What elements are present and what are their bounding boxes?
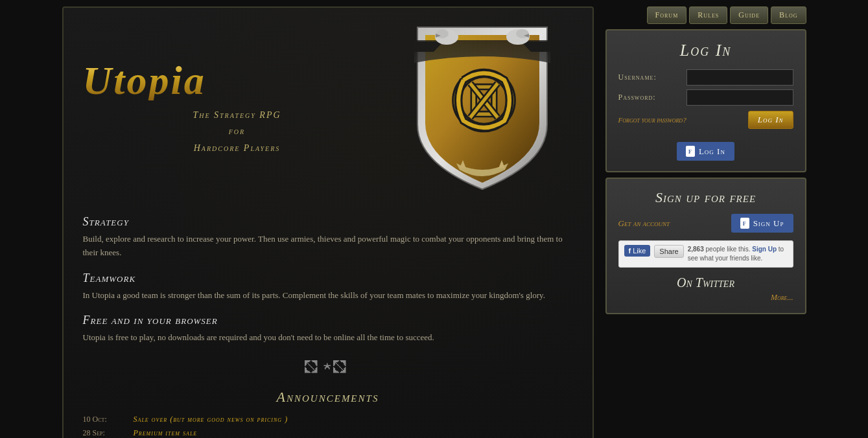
like-label: Like xyxy=(633,247,646,255)
feature-teamwork-title: Teamwork xyxy=(83,271,573,285)
guide-button[interactable]: Guide xyxy=(730,6,768,24)
ornament-divider: ⛞★⛞ xyxy=(83,358,573,376)
feature-free-text: Utopia is free to play, no downloads are… xyxy=(83,331,573,345)
username-label: Username: xyxy=(618,73,670,82)
forum-button[interactable]: Forum xyxy=(647,6,687,24)
password-row: Password: xyxy=(618,89,793,106)
feature-free: Free and in your browser Utopia is free … xyxy=(83,314,573,345)
hero-subtitle: The Strategy RPG for Hardcore Players xyxy=(83,107,392,156)
password-label: Password: xyxy=(618,93,670,102)
signup-row: Get an account f Sign Up xyxy=(618,214,793,233)
announcement-item-1: 10 Oct: Sale over (but more good news on… xyxy=(83,415,573,424)
right-panel: Forum Rules Guide Blog Log In Username: … xyxy=(605,6,806,438)
facebook-icon: f xyxy=(686,146,695,157)
shield-logo xyxy=(392,21,573,196)
feature-teamwork: Teamwork In Utopia a good team is strong… xyxy=(83,271,573,303)
announcement-item-2: 28 Sep: Premium item sale xyxy=(83,428,573,438)
shield-svg xyxy=(405,21,560,196)
site-title: Utopia xyxy=(83,60,392,100)
ann-link-1[interactable]: Sale over (but more good news on pricing… xyxy=(134,415,288,424)
facebook-signup-icon: f xyxy=(740,218,749,229)
rules-button[interactable]: Rules xyxy=(689,6,727,24)
facebook-like-button[interactable]: f Like xyxy=(624,245,651,257)
hero-text: Utopia The Strategy RPG for Hardcore Pla… xyxy=(83,60,392,156)
signup-link-inline[interactable]: Sign Up xyxy=(752,246,777,253)
username-input[interactable] xyxy=(686,69,793,86)
svg-point-3 xyxy=(516,29,529,38)
facebook-like-icon: f xyxy=(629,247,631,255)
feature-teamwork-text: In Utopia a good team is stronger than t… xyxy=(83,289,573,303)
feature-strategy: Strategy Build, explore and research to … xyxy=(83,215,573,260)
fb-login-label: Log In xyxy=(699,146,725,157)
ann-link-2[interactable]: Premium item sale xyxy=(134,428,198,438)
forgot-row: Forgot your password? Log In xyxy=(618,111,793,129)
announcements-title: Announcements xyxy=(83,389,573,406)
announcements-section: Announcements 10 Oct: Sale over (but mor… xyxy=(83,389,573,438)
fb-signup-label: Sign Up xyxy=(753,218,784,229)
features-section: Strategy Build, explore and research to … xyxy=(83,215,573,345)
hero-area: Utopia The Strategy RPG for Hardcore Pla… xyxy=(83,21,573,196)
forgot-password-link[interactable]: Forgot your password? xyxy=(618,116,686,124)
like-count: 2,863 xyxy=(688,246,704,253)
blog-button[interactable]: Blog xyxy=(771,6,806,24)
feature-strategy-text: Build, explore and research to increase … xyxy=(83,233,573,260)
signup-box: Sign up for free Get an account f Sign U… xyxy=(605,178,806,314)
feature-free-title: Free and in your browser xyxy=(83,314,573,327)
twitter-title: On Twitter xyxy=(618,275,793,290)
feature-strategy-title: Strategy xyxy=(83,215,573,229)
password-input[interactable] xyxy=(686,89,793,106)
login-form: Username: Password: xyxy=(618,69,793,106)
like-count-text: 2,863 people like this. Sign Up to see w… xyxy=(688,245,788,263)
username-row: Username: xyxy=(618,69,793,86)
facebook-login-button[interactable]: f Log In xyxy=(677,142,734,161)
main-panel: Utopia The Strategy RPG for Hardcore Pla… xyxy=(62,6,594,438)
facebook-like-widget: f Like Share 2,863 people like this. Sig… xyxy=(618,240,793,268)
signup-title: Sign up for free xyxy=(618,189,793,206)
login-button[interactable]: Log In xyxy=(748,111,793,129)
ann-date-1: 10 Oct: xyxy=(83,415,128,424)
ann-date-2: 28 Sep: xyxy=(83,428,128,438)
get-account-text: Get an account xyxy=(618,218,670,229)
top-nav: Forum Rules Guide Blog xyxy=(605,6,806,24)
login-box: Log In Username: Password: Forgot your p… xyxy=(605,29,806,172)
login-title: Log In xyxy=(618,41,793,60)
like-text: people like this. xyxy=(706,246,753,253)
facebook-signup-button[interactable]: f Sign Up xyxy=(731,214,793,233)
facebook-share-button[interactable]: Share xyxy=(654,245,683,258)
svg-point-1 xyxy=(436,29,449,38)
twitter-more-link[interactable]: More... xyxy=(618,293,793,303)
